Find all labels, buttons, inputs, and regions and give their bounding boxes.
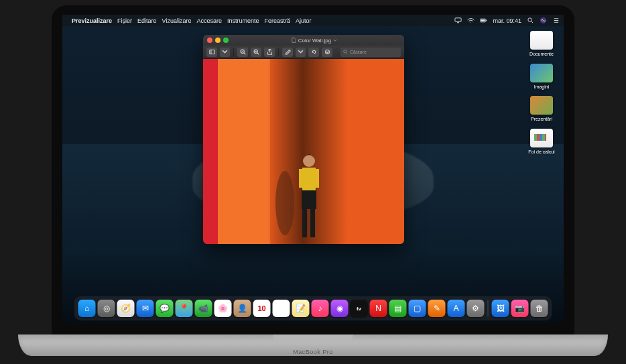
stack-documents-icon (530, 31, 553, 50)
laptop-label: MacBook Pro (293, 349, 333, 355)
svg-rect-2 (481, 19, 485, 21)
dock-separator (488, 300, 489, 316)
dock-app-maps[interactable]: 📍 (176, 300, 193, 317)
notification-center-icon[interactable] (552, 17, 560, 24)
minimize-button[interactable] (215, 38, 221, 43)
stack-presentations-icon (530, 96, 553, 115)
siri-icon[interactable] (540, 17, 547, 24)
image-viewport[interactable] (203, 59, 404, 244)
window-titlebar[interactable]: Color Wall.jpg (203, 35, 404, 46)
desktop-stacks: Documente Imagini Prezentări Foi de calc… (523, 31, 560, 155)
image-content (203, 59, 404, 244)
svg-rect-29 (302, 188, 316, 209)
dock-app-music[interactable]: ♪ (312, 300, 329, 317)
dock-app-safari[interactable]: 🧭 (117, 300, 135, 317)
chevron-down-icon[interactable] (333, 39, 337, 42)
stack-documents[interactable]: Documente (523, 31, 560, 57)
laptop-hinge: MacBook Pro (18, 335, 608, 356)
dock-app-mail[interactable]: ✉ (137, 300, 154, 317)
menu-file[interactable]: Fișier (117, 17, 132, 24)
svg-point-33 (303, 155, 315, 167)
dock-app-podcasts[interactable]: ◉ (331, 300, 349, 317)
sidebar-menu-button[interactable] (220, 48, 230, 57)
dock-app-notes[interactable]: 📝 (292, 300, 310, 317)
laptop-frame: Previzualizare Fișier Editare Vizualizar… (11, 0, 615, 364)
markup-button[interactable] (322, 48, 332, 57)
stack-spreadsheets[interactable]: Foi de calcul (523, 129, 560, 155)
search-field[interactable]: Căutare (340, 48, 401, 57)
menu-edit[interactable]: Editare (137, 17, 157, 24)
svg-rect-27 (302, 205, 307, 237)
desktop[interactable]: Previzualizare Fișier Editare Vizualizar… (62, 15, 564, 323)
window-title: Color Wall.jpg (229, 38, 400, 44)
dock-app-photobooth[interactable]: 📷 (511, 300, 529, 317)
dock-app-pages[interactable]: ✎ (428, 300, 446, 317)
highlight-menu-button[interactable] (296, 48, 306, 57)
dock-app-photos[interactable]: 🌸 (214, 300, 232, 317)
dock-app-settings[interactable]: ⚙ (467, 300, 485, 317)
dock-app-reminders[interactable]: ☑ (273, 300, 290, 317)
svg-line-13 (244, 53, 245, 54)
stack-images[interactable]: Imagini (523, 64, 560, 90)
svg-rect-3 (486, 19, 487, 21)
dock-app-news[interactable]: N (370, 300, 387, 317)
dock-app-facetime[interactable]: 📹 (195, 300, 212, 317)
preview-toolbar: Căutare (203, 46, 404, 59)
dock-app-numbers[interactable]: ▤ (389, 300, 407, 317)
search-placeholder: Căutare (350, 50, 367, 54)
dock-app-contacts[interactable]: 👤 (234, 300, 251, 317)
svg-rect-22 (203, 59, 218, 244)
dock-app-preview[interactable]: 🖼 (492, 300, 509, 317)
stack-images-label: Imagini (534, 84, 550, 90)
zoom-in-button[interactable] (251, 48, 261, 57)
svg-line-16 (257, 53, 259, 54)
zoom-button[interactable] (223, 38, 229, 43)
dock-app-messages[interactable]: 💬 (156, 300, 174, 317)
stack-spreadsheets-icon (530, 129, 553, 147)
dock-app-tv[interactable]: tv (351, 300, 368, 317)
menu-go[interactable]: Accesare (196, 17, 222, 24)
stack-spreadsheets-label: Foi de calcul (528, 149, 554, 155)
svg-rect-32 (314, 169, 319, 188)
battery-icon[interactable] (480, 17, 487, 24)
svg-point-4 (528, 18, 532, 21)
spotlight-icon[interactable] (527, 17, 534, 24)
wifi-icon[interactable] (467, 17, 475, 24)
preview-window[interactable]: Color Wall.jpg (203, 35, 404, 244)
dock-app-trash[interactable]: 🗑 (531, 300, 548, 317)
svg-line-5 (531, 21, 533, 23)
svg-rect-0 (455, 18, 461, 21)
svg-rect-31 (299, 169, 304, 188)
menu-window[interactable]: Fereastră (265, 17, 291, 24)
menu-view[interactable]: Vizualizare (162, 17, 192, 24)
menubar: Previzualizare Fișier Editare Vizualizar… (62, 15, 564, 26)
rotate-button[interactable] (308, 48, 319, 57)
share-button[interactable] (264, 48, 275, 57)
svg-point-20 (344, 50, 347, 53)
screen-bezel: Previzualizare Fișier Editare Vizualizar… (52, 5, 574, 335)
close-button[interactable] (207, 38, 212, 43)
dock: ⌂◎🧭✉💬📍📹🌸👤10☑📝♪◉tvN▤▢✎A⚙🖼📷🗑 (74, 296, 552, 320)
clock[interactable]: mar. 09:41 (493, 17, 521, 24)
dock-app-appstore[interactable]: A (448, 300, 465, 317)
app-menu[interactable]: Previzualizare (72, 17, 112, 24)
airplay-icon[interactable] (454, 17, 462, 24)
menu-help[interactable]: Ajutor (296, 17, 312, 24)
dock-app-launchpad[interactable]: ◎ (98, 300, 115, 317)
svg-rect-10 (209, 50, 214, 54)
toolbar-separator (278, 48, 279, 56)
stack-presentations[interactable]: Prezentări (523, 96, 560, 122)
svg-rect-23 (218, 59, 270, 244)
dock-app-finder[interactable]: ⌂ (78, 300, 96, 317)
svg-rect-30 (302, 168, 316, 190)
dock-app-keynote[interactable]: ▢ (409, 300, 426, 317)
sidebar-toggle-button[interactable] (206, 48, 217, 57)
highlight-button[interactable] (282, 48, 293, 57)
dock-app-calendar[interactable]: 10 (253, 300, 271, 317)
stack-presentations-label: Prezentări (531, 117, 552, 122)
toolbar-separator (233, 48, 234, 56)
stack-documents-label: Documente (529, 52, 554, 57)
document-icon (292, 38, 296, 43)
zoom-out-button[interactable] (237, 48, 248, 57)
menu-tools[interactable]: Instrumente (227, 17, 259, 24)
